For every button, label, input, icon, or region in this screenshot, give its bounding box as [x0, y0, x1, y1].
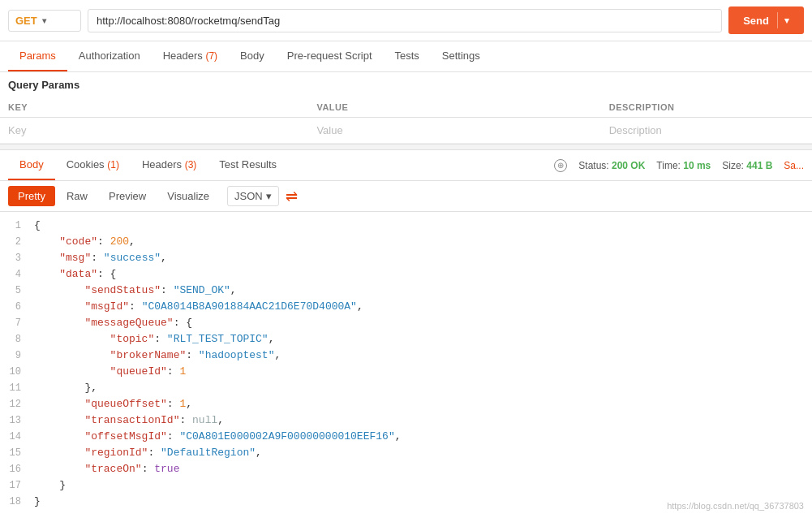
json-token-key: "offsetMsgId"	[34, 430, 167, 442]
send-button[interactable]: Send ▾	[728, 6, 804, 34]
json-line: 5 "sendStatus": "SEND_OK",	[0, 283, 812, 300]
cookies-badge: (1)	[107, 159, 119, 171]
json-token-string: "success"	[104, 252, 161, 264]
json-line: 15 "regionId": "DefaultRegion",	[0, 446, 812, 462]
param-value-input[interactable]: Value	[308, 118, 600, 144]
json-token-key: "sendStatus"	[34, 284, 161, 296]
json-token-plain: :	[129, 300, 142, 313]
json-token-plain: ,	[230, 284, 237, 296]
body-tab-pretty[interactable]: Pretty	[8, 186, 55, 206]
json-token-plain: :	[142, 463, 155, 475]
line-content: "msg": "success",	[34, 252, 812, 264]
json-token-string: "DefaultRegion"	[161, 447, 256, 459]
json-line: 6 "msgId": "C0A8014B8A901884AAC21D6E70D4…	[0, 300, 812, 316]
line-content: "msgId": "C0A8014B8A901884AAC21D6E70D400…	[34, 300, 812, 313]
json-line: 16 "traceOn": true	[0, 462, 812, 478]
resp-tab-body[interactable]: Body	[8, 150, 55, 180]
tab-body[interactable]: Body	[229, 41, 276, 71]
response-status: ⊕ Status: 200 OK Time: 10 ms Size: 441 B…	[554, 153, 804, 179]
resp-headers-badge: (3)	[185, 159, 197, 171]
query-params-section: Query Params KEY VALUE DESCRIPTION Key V…	[0, 72, 812, 144]
tab-authorization[interactable]: Authorization	[67, 41, 152, 71]
json-token-string: "hadooptest"	[199, 349, 275, 361]
time-label: Time: 10 ms	[656, 160, 711, 171]
json-token-key: "transactionId"	[34, 414, 179, 426]
json-line: 4 "data": {	[0, 267, 812, 283]
body-tab-visualize[interactable]: Visualize	[157, 186, 219, 206]
line-number: 1	[0, 219, 34, 231]
top-bar: GET ▾ Send ▾	[0, 0, 812, 41]
section-divider	[0, 144, 812, 150]
json-line: 13 "transactionId": null,	[0, 413, 812, 430]
status-label: Status: 200 OK	[578, 160, 645, 171]
body-tab-preview[interactable]: Preview	[99, 186, 156, 206]
tab-prerequest[interactable]: Pre-request Script	[276, 41, 384, 71]
json-line: 11 },	[0, 381, 812, 397]
resp-tab-test-results[interactable]: Test Results	[208, 150, 288, 180]
json-token-plain: :	[148, 447, 161, 459]
json-token-plain: : {	[97, 268, 116, 280]
tab-params[interactable]: Params	[8, 41, 67, 71]
json-viewer: 1{2 "code": 200,3 "msg": "success",4 "da…	[0, 212, 812, 517]
json-token-key: "messageQueue"	[34, 317, 174, 329]
col-value: VALUE	[308, 97, 600, 118]
globe-icon: ⊕	[554, 159, 567, 172]
json-token-plain: ,	[269, 333, 275, 345]
json-token-string: "RLT_TEST_TOPIC"	[167, 333, 269, 345]
json-token-plain: :	[97, 235, 110, 248]
line-content: "messageQueue": {	[34, 317, 812, 329]
save-button[interactable]: Sa...	[784, 160, 804, 171]
send-arrow: ▾	[784, 15, 789, 26]
line-content: },	[34, 382, 812, 394]
json-token-plain: ,	[129, 235, 135, 248]
json-token-key: "code"	[34, 235, 97, 248]
param-key-input[interactable]: Key	[0, 118, 308, 144]
line-content: "offsetMsgId": "C0A801E000002A9F00000000…	[34, 430, 812, 442]
line-number: 9	[0, 349, 34, 361]
format-select[interactable]: JSON ▾	[227, 186, 279, 206]
line-number: 14	[0, 430, 34, 442]
tab-settings[interactable]: Settings	[431, 41, 492, 71]
line-number: 12	[0, 398, 34, 410]
param-desc-input[interactable]: Description	[601, 118, 812, 144]
json-token-plain: :	[179, 414, 192, 426]
body-toolbar: Pretty Raw Preview Visualize JSON ▾ ⇌	[0, 181, 812, 212]
json-line: 10 "queueId": 1	[0, 365, 812, 381]
line-content: "queueOffset": 1,	[34, 398, 812, 410]
json-token-brace: {	[34, 219, 41, 231]
json-line: 7 "messageQueue": {	[0, 316, 812, 332]
json-line: 8 "topic": "RLT_TEST_TOPIC",	[0, 332, 812, 348]
line-number: 17	[0, 479, 34, 491]
url-input[interactable]	[88, 9, 722, 32]
json-token-plain: : {	[174, 317, 192, 329]
json-token-null: null	[192, 414, 217, 426]
resp-tab-cookies[interactable]: Cookies (1)	[55, 150, 131, 180]
wrap-button[interactable]: ⇌	[286, 188, 298, 205]
json-token-plain: }	[34, 479, 66, 491]
json-token-key: "data"	[34, 268, 97, 280]
line-content: "traceOn": true	[34, 463, 812, 475]
json-token-key: "topic"	[34, 333, 154, 345]
tab-tests[interactable]: Tests	[384, 41, 431, 71]
format-chevron: ▾	[266, 190, 272, 202]
response-tabs: Body Cookies (1) Headers (3) Test Result…	[8, 150, 554, 180]
tab-headers[interactable]: Headers (7)	[152, 41, 229, 71]
json-token-brace: }	[34, 495, 41, 507]
method-select[interactable]: GET ▾	[8, 10, 81, 32]
response-area: Body Cookies (1) Headers (3) Test Result…	[0, 150, 812, 517]
method-label: GET	[15, 15, 37, 27]
line-number: 15	[0, 447, 34, 459]
json-line: 9 "brokerName": "hadooptest",	[0, 348, 812, 365]
body-tab-raw[interactable]: Raw	[57, 186, 97, 206]
line-number: 4	[0, 268, 34, 280]
line-number: 3	[0, 252, 34, 264]
col-key: KEY	[0, 97, 308, 118]
resp-tab-headers[interactable]: Headers (3)	[131, 150, 208, 180]
line-content: {	[34, 219, 812, 231]
json-token-plain: ,	[161, 252, 167, 264]
table-row: Key Value Description	[0, 118, 812, 144]
size-label: Size: 441 B	[722, 160, 772, 171]
line-content: "topic": "RLT_TEST_TOPIC",	[34, 333, 812, 345]
watermark: https://blog.csdn.net/qq_36737803	[667, 501, 804, 511]
json-token-key: "queueId"	[34, 365, 167, 378]
